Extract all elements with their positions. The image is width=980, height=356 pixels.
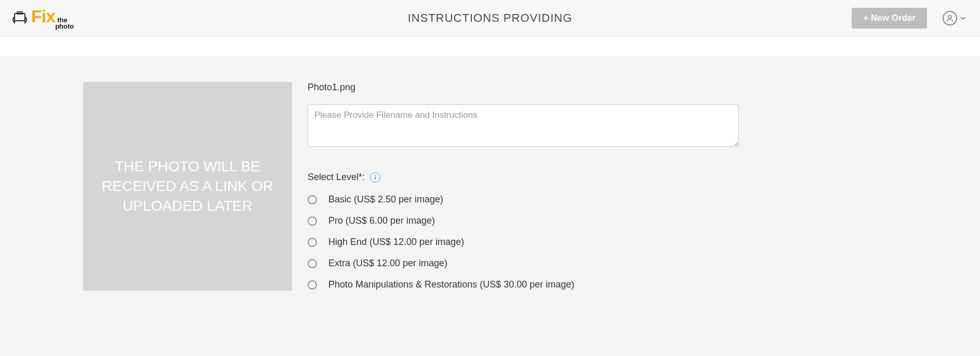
main-content: THE PHOTO WILL BE RECEIVED AS A LINK OR … [0,57,980,291]
sub-header-bar [0,36,980,57]
svg-point-2 [948,15,951,18]
level-option-label: Photo Manipulations & Restorations (US$ … [328,279,574,290]
radio-icon [308,259,317,268]
level-option-label: Extra (US$ 12.00 per image) [328,258,447,269]
logo[interactable]: Fix the photo [11,6,74,30]
new-order-button[interactable]: + New Order [852,8,927,29]
radio-icon [308,280,317,290]
svg-rect-0 [15,13,25,21]
camera-hands-icon [11,9,28,27]
info-icon[interactable]: i [370,172,380,183]
level-option-high-end[interactable]: High End (US$ 12.00 per image) [308,237,739,248]
select-level-label: Select Level*: [308,172,365,183]
select-level-row: Select Level*: i [308,172,739,183]
instructions-input[interactable] [308,104,739,147]
avatar-icon [943,11,957,25]
level-option-label: Basic (US$ 2.50 per image) [328,194,443,205]
logo-word-photo: photo [55,23,74,30]
radio-icon [308,216,317,226]
radio-icon [308,238,317,247]
filename-label: Photo1.png [308,82,739,93]
level-option-label: Pro (US$ 6.00 per image) [328,215,435,226]
logo-text: Fix the photo [31,6,74,30]
page-title: INSTRUCTIONS PROVIDING [408,11,573,25]
level-option-label: High End (US$ 12.00 per image) [328,237,464,248]
level-option-manipulations[interactable]: Photo Manipulations & Restorations (US$ … [308,279,739,290]
chevron-down-icon [960,17,965,20]
photo-placeholder: THE PHOTO WILL BE RECEIVED AS A LINK OR … [83,82,292,291]
radio-icon [308,195,317,204]
logo-word-fix: Fix [31,6,55,26]
level-option-basic[interactable]: Basic (US$ 2.50 per image) [308,194,739,205]
level-option-extra[interactable]: Extra (US$ 12.00 per image) [308,258,739,269]
header: Fix the photo INSTRUCTIONS PROVIDING + N… [0,0,980,36]
form-column: Photo1.png Select Level*: i Basic (US$ 2… [308,82,739,291]
level-option-pro[interactable]: Pro (US$ 6.00 per image) [308,215,739,226]
user-menu[interactable] [943,11,965,25]
level-radio-group: Basic (US$ 2.50 per image) Pro (US$ 6.00… [308,194,739,290]
header-actions: + New Order [852,8,965,29]
